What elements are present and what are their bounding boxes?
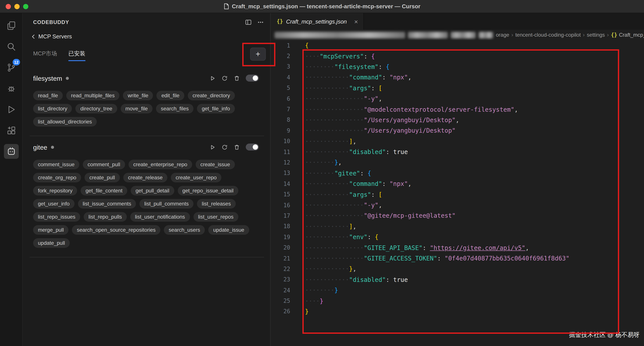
- mcp-server-card: gitee: [33, 140, 259, 257]
- tool-tag: search_open_source_repositories: [72, 225, 160, 235]
- code-line[interactable]: 15············"args": [: [270, 189, 644, 200]
- codebuddy-icon[interactable]: [4, 144, 18, 159]
- code-line[interactable]: 9················"/Users/yangbuyi/Deskto…: [270, 125, 644, 136]
- tool-tag: list_pull_comments: [140, 199, 194, 209]
- server-header: gitee: [33, 140, 259, 154]
- code-line-content: ····"mcpServers": {: [296, 53, 375, 60]
- code-line[interactable]: 20················"GITEE_API_BASE": "htt…: [270, 242, 644, 253]
- code-line[interactable]: 22············},: [270, 264, 644, 274]
- source-control-icon[interactable]: 12: [4, 60, 18, 75]
- server-enabled-toggle[interactable]: [246, 143, 259, 150]
- code-line-content: ············"disabled": true: [296, 148, 408, 155]
- code-line[interactable]: 6················"-y",: [270, 93, 644, 104]
- line-number: 7: [270, 106, 296, 113]
- more-actions-icon[interactable]: [257, 19, 264, 26]
- code-line[interactable]: 21················"GITEE_ACCESS_TOKEN": …: [270, 253, 644, 264]
- window-title-text: Craft_mcp_settings.json — tencent-send-a…: [232, 3, 420, 10]
- whitespace-dots: ················: [305, 95, 364, 102]
- minimize-window-button[interactable]: [14, 4, 20, 9]
- code-line[interactable]: 14············"command": "npx",: [270, 179, 644, 189]
- code-line[interactable]: 17················"@gitee/mcp-gitee@late…: [270, 211, 644, 221]
- search-icon[interactable]: [4, 39, 18, 54]
- tab-mcp-market[interactable]: MCP市场: [33, 50, 57, 61]
- run-server-icon[interactable]: [209, 75, 216, 81]
- code-line[interactable]: 19············"env": {: [270, 232, 644, 242]
- tool-tag: create_pull: [84, 173, 120, 182]
- code-line[interactable]: 10············],: [270, 136, 644, 147]
- code-token: "npx": [390, 74, 408, 81]
- code-line[interactable]: 18············],: [270, 221, 644, 232]
- editor-tab-bar: {} Craft_mcp_settings.json ×: [270, 13, 644, 30]
- extensions-icon[interactable]: [4, 123, 18, 138]
- code-line[interactable]: 1{: [270, 40, 644, 51]
- breadcrumb-file[interactable]: {} Craft_mcp_s: [611, 32, 644, 38]
- code-token: "filesystem": [334, 63, 378, 70]
- code-line[interactable]: 4············"command": "npx",: [270, 72, 644, 83]
- delete-server-icon[interactable]: [234, 144, 240, 150]
- code-line[interactable]: 16················"-y",: [270, 200, 644, 211]
- code-token: :: [386, 276, 393, 283]
- delete-server-icon[interactable]: [234, 75, 240, 81]
- breadcrumb-item[interactable]: settings: [587, 32, 605, 38]
- code-line[interactable]: 5············"args": [: [270, 83, 644, 93]
- code-line[interactable]: 12········},: [270, 157, 644, 168]
- line-number: 21: [270, 255, 296, 262]
- whitespace-dots: ············: [305, 276, 349, 283]
- explorer-icon[interactable]: [4, 18, 18, 33]
- code-token: {: [305, 42, 309, 49]
- code-line[interactable]: 26}: [270, 306, 644, 317]
- code-line[interactable]: 24········}: [270, 285, 644, 296]
- refresh-server-icon[interactable]: [221, 144, 228, 150]
- whitespace-dots: ········: [305, 63, 334, 70]
- tab-installed[interactable]: 已安装: [68, 50, 86, 61]
- breadcrumb[interactable]: orage›tencent-cloud-coding-copilot›setti…: [270, 30, 644, 40]
- run-server-icon[interactable]: [209, 144, 216, 150]
- code-token: true: [393, 148, 408, 155]
- code-token: ,: [408, 181, 412, 188]
- code-line[interactable]: 8················"/Users/yangbuyi/Deskto…: [270, 114, 644, 125]
- close-tab-icon[interactable]: ×: [350, 18, 358, 25]
- code-token: :: [371, 85, 378, 92]
- code-line-content: {: [296, 42, 309, 49]
- editor-tab[interactable]: {} Craft_mcp_settings.json ×: [270, 13, 364, 30]
- whitespace-dots: ················: [305, 244, 364, 251]
- panel-layout-icon[interactable]: [245, 19, 252, 26]
- back-to-mcp-servers[interactable]: MCP Servers: [30, 33, 72, 40]
- document-icon: [224, 3, 229, 10]
- code-token: :: [422, 244, 430, 251]
- code-line[interactable]: 2····"mcpServers": {: [270, 51, 644, 62]
- close-window-button[interactable]: [6, 4, 11, 9]
- code-line[interactable]: 3········"filesystem": {: [270, 62, 644, 72]
- code-token: ,: [408, 74, 412, 81]
- code-line[interactable]: 7················"@modelcontextprotocol/…: [270, 104, 644, 115]
- code-line[interactable]: 11············"disabled": true: [270, 147, 644, 157]
- code-line-content: ············"disabled": true: [296, 276, 408, 283]
- code-line-content: ················"@gitee/mcp-gitee@latest…: [296, 212, 456, 219]
- breadcrumb-item[interactable]: orage: [496, 32, 509, 38]
- code-line[interactable]: 23············"disabled": true: [270, 274, 644, 285]
- code-line-content: ················"@modelcontextprotocol/s…: [296, 106, 518, 113]
- code-token: {: [371, 53, 375, 60]
- tool-tag: list_allowed_directories: [33, 117, 97, 126]
- code-token: "args": [349, 191, 371, 198]
- refresh-server-icon[interactable]: [221, 75, 228, 81]
- tool-tag: get_user_info: [33, 199, 74, 209]
- run-icon[interactable]: [4, 102, 18, 117]
- activity-bar: 12: [0, 13, 23, 346]
- server-enabled-toggle[interactable]: [246, 75, 259, 82]
- whitespace-dots: ········: [305, 170, 334, 177]
- tool-tag: read_file: [33, 91, 63, 100]
- code-line[interactable]: 13········"gitee": {: [270, 168, 644, 179]
- code-token: "https://gitee.com/api/v5": [430, 244, 525, 251]
- code-editor[interactable]: 1{2····"mcpServers": {3········"filesyst…: [270, 40, 644, 346]
- zoom-window-button[interactable]: [23, 4, 28, 9]
- tool-tag: list_releases: [197, 199, 236, 209]
- code-line[interactable]: 25····}: [270, 296, 644, 306]
- code-token: ,: [353, 265, 356, 272]
- breadcrumb-item[interactable]: tencent-cloud-coding-copilot: [515, 32, 580, 38]
- editor-area: {} Craft_mcp_settings.json × orage›tence…: [270, 13, 644, 346]
- tool-tag: search_files: [156, 104, 194, 113]
- add-mcp-server-button[interactable]: +: [250, 48, 266, 61]
- blurred-text-redaction: [274, 32, 405, 38]
- debug-icon[interactable]: [4, 81, 18, 96]
